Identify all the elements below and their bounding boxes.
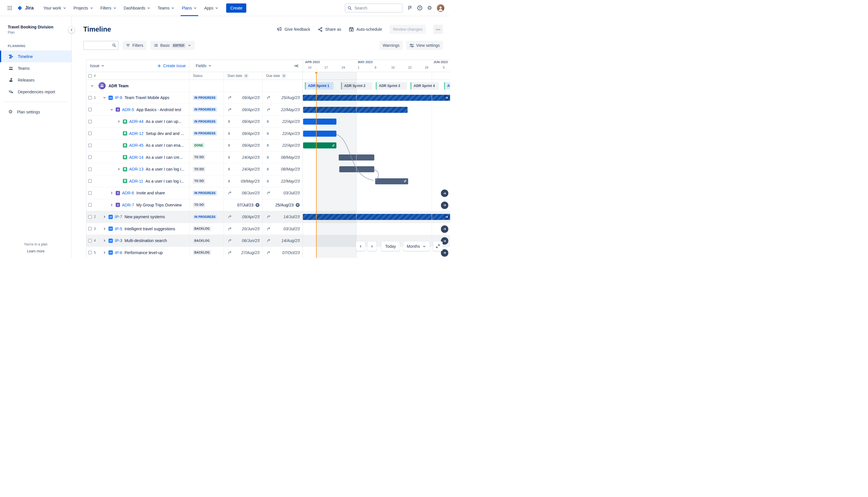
issue-key[interactable]: IP-5	[115, 227, 122, 231]
flag-icon[interactable]	[408, 5, 413, 10]
gantt-bar[interactable]	[339, 166, 374, 172]
start-date-cell[interactable]: 20/Jun/23	[223, 223, 262, 235]
nav-item-plans[interactable]: Plans	[178, 0, 201, 16]
app-switcher-button[interactable]	[6, 4, 14, 12]
status-lozenge[interactable]: DONE	[193, 143, 205, 148]
due-date-cell[interactable]: S08/May/23	[262, 164, 303, 175]
gantt-bar[interactable]	[303, 131, 336, 137]
issue-key[interactable]: ADR-5	[122, 108, 134, 112]
gantt-bar[interactable]	[375, 178, 408, 184]
start-date-cell[interactable]: 06/Jun/23	[223, 187, 262, 199]
row-checkbox[interactable]	[88, 108, 92, 111]
settings-gear-icon[interactable]: ⚙	[427, 5, 432, 11]
row-checkbox[interactable]	[88, 179, 92, 183]
row-checkbox[interactable]	[88, 203, 92, 207]
help-icon[interactable]: ?	[417, 5, 422, 10]
create-issue-button[interactable]: Create issue	[157, 63, 186, 68]
start-date-cell[interactable]: S24/Apr/23	[223, 164, 262, 175]
issue-row-adr-14[interactable]: ADR-14As a user I can cre...TO DOS24/Apr…	[86, 152, 450, 164]
nav-item-projects[interactable]: Projects	[70, 0, 97, 16]
expand-chevron-icon[interactable]	[102, 214, 107, 219]
issue-key[interactable]: ADR-6	[122, 191, 134, 195]
today-button[interactable]: Today	[381, 241, 400, 251]
issue-column-menu[interactable]: Issue	[90, 63, 105, 68]
due-date-cell[interactable]: 07/Oct/23	[262, 247, 303, 258]
create-button[interactable]: Create	[226, 3, 246, 13]
row-checkbox[interactable]	[88, 251, 92, 254]
give-feedback-button[interactable]: Give feedback	[277, 27, 310, 32]
due-date-cell[interactable]: 14/Jul/23	[262, 211, 303, 223]
clear-date-icon[interactable]: ×	[256, 203, 260, 207]
learn-more-link[interactable]: Learn more	[0, 249, 71, 253]
view-settings-button[interactable]: View settings	[406, 41, 443, 50]
issue-key[interactable]: IP-3	[115, 238, 122, 243]
gantt-bar[interactable]	[339, 155, 374, 160]
share-as-button[interactable]: Share as	[318, 27, 341, 32]
status-lozenge[interactable]: IN PROGRESS	[193, 107, 217, 112]
due-date-cell[interactable]: S22/Apr/23	[262, 140, 303, 152]
auto-schedule-button[interactable]: Auto-schedule	[349, 27, 382, 32]
scroll-right-button[interactable]	[367, 241, 377, 251]
issue-row-ip-8[interactable]: 1LEIP-8Team Travel Mobile AppsIN PROGRES…	[86, 92, 450, 104]
issue-row-adr-7[interactable]: ADR-7My Group Trips OverviewTO DO07/Jul/…	[86, 199, 450, 211]
issue-row-adr-6[interactable]: ADR-6Invite and shareIN PROGRESS06/Jun/2…	[86, 187, 450, 199]
status-lozenge[interactable]: TO DO	[193, 155, 205, 160]
sprint-chip[interactable]: ADR Sprint 2	[341, 82, 372, 89]
expand-chevron-icon[interactable]	[102, 227, 107, 231]
team-group-row[interactable]: ADR Team ADR Sprint 1ADR Sprint 2ADR Spr…	[86, 80, 450, 92]
expand-chevron-icon[interactable]	[117, 119, 121, 124]
status-lozenge[interactable]: BACKLOG	[193, 226, 211, 231]
offscreen-bar-indicator[interactable]	[441, 189, 448, 197]
sidebar-item-plan-settings[interactable]: ⚙ Plan settings	[0, 106, 71, 118]
sprint-chip[interactable]: ADR Sprint 4	[410, 82, 439, 89]
nav-item-apps[interactable]: Apps	[201, 0, 222, 16]
view-selector-button[interactable]: Basic EDITED	[150, 41, 194, 50]
due-date-cell[interactable]: S22/Apr/23	[262, 128, 303, 140]
row-checkbox[interactable]	[88, 215, 92, 219]
time-scale-dropdown[interactable]: Months	[403, 241, 430, 251]
issue-key[interactable]: IP-7	[115, 214, 122, 219]
expand-chevron-icon[interactable]	[110, 191, 114, 195]
status-lozenge[interactable]: TO DO	[193, 202, 205, 207]
issue-row-adr-12[interactable]: ADR-12Setup dev and and ...IN PROGRESSS0…	[86, 128, 450, 140]
row-checkbox[interactable]	[88, 120, 92, 124]
issue-key[interactable]: ADR-12	[129, 131, 144, 136]
row-checkbox[interactable]	[88, 227, 92, 230]
issue-row-adr-11[interactable]: ADR-11As a user I can log i...TO DOS09/M…	[86, 175, 450, 187]
fields-menu[interactable]: Fields	[196, 63, 212, 68]
nav-item-filters[interactable]: Filters	[97, 0, 120, 16]
sprint-chip[interactable]: ADR Sprint 3	[376, 82, 407, 89]
select-all-checkbox[interactable]	[88, 74, 92, 78]
gantt-bar[interactable]	[303, 95, 450, 101]
issue-key[interactable]: ADR-13	[129, 167, 144, 171]
gantt-bar[interactable]	[303, 118, 336, 125]
fullscreen-button[interactable]	[433, 241, 443, 251]
sidebar-item-dependencies-report[interactable]: Dependencies report	[0, 86, 71, 98]
status-lozenge[interactable]: IN PROGRESS	[193, 95, 217, 100]
sidebar-item-teams[interactable]: Teams	[0, 62, 71, 74]
user-avatar[interactable]	[437, 4, 444, 12]
scroll-left-button[interactable]	[356, 241, 365, 251]
sidebar-item-timeline[interactable]: Timeline	[0, 51, 71, 62]
expand-chevron-icon[interactable]	[102, 250, 107, 255]
start-date-cell[interactable]: 09/Apr/23	[223, 211, 262, 223]
due-date-cell[interactable]: 03/Jul/23	[262, 223, 303, 235]
collapse-chevron-icon[interactable]	[102, 95, 107, 100]
jira-logo[interactable]: Jira	[17, 5, 33, 11]
due-date-cell[interactable]: S08/May/23	[262, 152, 303, 164]
status-lozenge[interactable]: BACKLOG	[193, 238, 211, 243]
status-lozenge[interactable]: IN PROGRESS	[193, 131, 217, 136]
clear-date-icon[interactable]: ×	[296, 203, 300, 207]
expand-chevron-icon[interactable]	[102, 238, 107, 243]
row-checkbox[interactable]	[88, 191, 92, 195]
search-input[interactable]	[345, 3, 403, 13]
issue-row-adr-44[interactable]: ADR-44As a user I can up...IN PROGRESSS0…	[86, 116, 450, 128]
start-date-cell[interactable]: S09/May/23	[223, 175, 262, 187]
sidebar-item-releases[interactable]: Releases	[0, 74, 71, 86]
start-date-cell[interactable]: 27/Aug/23	[223, 247, 262, 258]
issue-row-ip-5[interactable]: 3LEIP-5Intelligent travel suggestionsBAC…	[86, 223, 450, 235]
nav-item-teams[interactable]: Teams	[154, 0, 178, 16]
issue-row-adr-5[interactable]: ADR-5App Basics - Android testIN PROGRES…	[86, 104, 450, 116]
gantt-bar[interactable]	[303, 107, 408, 113]
start-date-cell[interactable]: 09/Apr/23	[223, 92, 262, 104]
